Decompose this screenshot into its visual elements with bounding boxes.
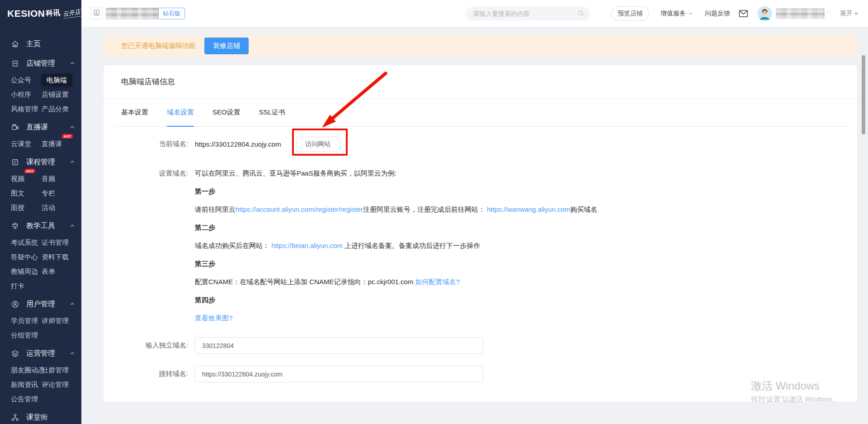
sidebar-section-home: 主页 bbox=[0, 36, 81, 52]
step-title-1: 第一步 bbox=[195, 182, 597, 200]
sidebar-item-公告管理[interactable]: 公告管理 bbox=[11, 391, 42, 406]
step-text: 购买域名 bbox=[570, 205, 597, 213]
sidebar-heading-course[interactable]: 课程管理 bbox=[0, 154, 81, 170]
sidebar-item-专栏[interactable]: 专栏 bbox=[42, 186, 81, 200]
sidebar-item-打卡[interactable]: 打卡 bbox=[11, 278, 42, 293]
sidebar-item-风格管理[interactable]: 风格管理 bbox=[11, 101, 42, 116]
link-https://beian.aliyun.com[interactable]: https://beian.aliyun.com bbox=[271, 242, 343, 249]
sidebar-item-表单[interactable]: 表单 bbox=[42, 264, 81, 278]
user-menu-caret-icon[interactable]: ˇ bbox=[827, 11, 829, 16]
sidebar-item-学员管理[interactable]: 学员管理 bbox=[11, 313, 42, 328]
sidebar-section-ops: 运营管理朋友圈动态社群管理新闻资讯评论管理公告管理 bbox=[0, 345, 81, 406]
notice-text: 您已开通电脑端编辑功能 bbox=[121, 42, 196, 50]
expand-toggle[interactable]: 展开 « bbox=[840, 10, 858, 18]
sidebar-item-label: 小程序 bbox=[11, 89, 31, 100]
link-https://account.aliyun.com/register/register[interactable]: https://account.aliyun.com/register/regi… bbox=[236, 205, 363, 213]
sidebar-item-答疑中心[interactable]: 答疑中心 bbox=[11, 249, 42, 264]
ops-icon bbox=[11, 349, 19, 357]
sidebar-heading-street[interactable]: 课堂街 bbox=[0, 409, 81, 424]
tab-SSL证书[interactable]: SSL证书 bbox=[259, 99, 285, 127]
chevron-up-icon bbox=[70, 301, 75, 307]
search-input[interactable] bbox=[473, 10, 577, 17]
store-chart-icon-button[interactable] bbox=[90, 7, 103, 19]
sidebar-item-朋友圈动态[interactable]: 朋友圈动态 bbox=[11, 362, 42, 377]
brand-name: KESION bbox=[7, 8, 45, 19]
card-title: 电脑端店铺信息 bbox=[104, 65, 857, 99]
current-domain-value: https://330122804.zuojy.com bbox=[195, 140, 281, 148]
sidebar-item-讲师管理[interactable]: 讲师管理 bbox=[42, 313, 81, 328]
feedback-link[interactable]: 问题反馈 bbox=[705, 10, 730, 18]
tab-基本设置[interactable]: 基本设置 bbox=[121, 99, 148, 127]
value-added-services-menu[interactable]: 增值服务 bbox=[660, 10, 693, 18]
sidebar-item-label: 朋友圈动态 bbox=[11, 364, 45, 376]
redirect-domain-label: 跳转域名: bbox=[104, 370, 188, 378]
chevron-up-icon bbox=[70, 351, 75, 356]
sidebar-heading-home[interactable]: 主页 bbox=[0, 36, 81, 52]
sidebar-item-考试系统[interactable]: 考试系统 bbox=[11, 235, 42, 249]
sidebar-item-云课堂[interactable]: 云课堂 bbox=[11, 136, 42, 151]
link-https://wanwang.aliyun.com[interactable]: https://wanwang.aliyun.com bbox=[487, 205, 570, 213]
main-content: 您已开通电脑端编辑功能 装修店铺 电脑端店铺信息 基本设置域名设置SEO设置SS… bbox=[81, 27, 868, 424]
sidebar-item-分组管理[interactable]: 分组管理 bbox=[11, 328, 42, 342]
sidebar-item-电脑端[interactable]: 电脑端 bbox=[42, 72, 81, 87]
sidebar-item-视频[interactable]: 视频HOT bbox=[11, 171, 42, 186]
step-text: 请前往阿里云 bbox=[195, 205, 236, 213]
tab-SEO设置[interactable]: SEO设置 bbox=[212, 99, 241, 127]
sidebar-item-社群管理[interactable]: 社群管理 bbox=[42, 362, 81, 377]
sidebar-subitems-ops: 朋友圈动态社群管理新闻资讯评论管理公告管理 bbox=[0, 362, 81, 406]
sidebar-item-label: 专栏 bbox=[42, 187, 55, 199]
link-查看效果图?[interactable]: 查看效果图? bbox=[195, 314, 232, 322]
user-name-blurred bbox=[776, 8, 825, 19]
sidebar-item-公众号[interactable]: 公众号 bbox=[11, 72, 42, 87]
sidebar-item-新闻资讯[interactable]: 新闻资讯 bbox=[11, 377, 42, 391]
setup-domain-label: 设置域名: bbox=[104, 164, 188, 182]
sidebar-heading-tools[interactable]: 教学工具 bbox=[0, 218, 81, 234]
setup-steps: 可以在阿里云、腾讯云、亚马逊等PaaS服务商购买，以阿里云为例: 第一步请前往阿… bbox=[195, 164, 597, 327]
sidebar-item-音频[interactable]: 音频 bbox=[42, 171, 81, 186]
step-content-3: 配置CNAME：在域名配号网站上添加 CNAME记录指向：pc.ckjr001.… bbox=[195, 273, 597, 291]
sidebar-subitems-shop: 公众号电脑端小程序店铺设置风格管理产品分类 bbox=[0, 72, 81, 116]
scrollbar-thumb[interactable] bbox=[862, 55, 865, 134]
search-box[interactable] bbox=[466, 6, 590, 20]
sidebar-item-产品分类[interactable]: 产品分类 bbox=[42, 101, 81, 116]
sidebar-item-label: 教辅周边 bbox=[11, 266, 38, 277]
current-domain-row: 当前域名: https://330122804.zuojy.com 访问网站 bbox=[104, 136, 857, 152]
independent-domain-input[interactable] bbox=[195, 337, 483, 354]
step-title-2: 第二步 bbox=[195, 219, 597, 237]
tab-域名设置[interactable]: 域名设置 bbox=[167, 99, 194, 127]
mail-icon[interactable] bbox=[739, 10, 748, 17]
sidebar-heading-ops[interactable]: 运营管理 bbox=[0, 345, 81, 362]
step-content-1: 请前往阿里云https://account.aliyun.com/registe… bbox=[195, 200, 597, 219]
sidebar-item-面授[interactable]: 面授 bbox=[11, 200, 42, 214]
preview-store-button[interactable]: 预览店铺 bbox=[611, 6, 649, 21]
sidebar-section-street: 课堂街 bbox=[0, 409, 81, 424]
sidebar-heading-live[interactable]: 直播课 bbox=[0, 119, 81, 135]
sidebar-item-label: 电脑端 bbox=[42, 74, 72, 86]
sidebar-item-证书管理[interactable]: 证书管理 bbox=[42, 235, 81, 249]
sidebar-item-小程序[interactable]: 小程序 bbox=[11, 87, 42, 101]
sidebar-item-评论管理[interactable]: 评论管理 bbox=[42, 377, 81, 391]
sidebar-item-直播课[interactable]: 直播课HOT bbox=[42, 136, 81, 151]
visit-website-button[interactable]: 访问网站 bbox=[296, 137, 340, 152]
user-avatar[interactable] bbox=[757, 6, 772, 21]
sidebar-item-label: 讲师管理 bbox=[42, 315, 69, 326]
sidebar-item-图文[interactable]: 图文 bbox=[11, 186, 42, 200]
decorate-store-button[interactable]: 装修店铺 bbox=[204, 38, 249, 54]
sidebar-item-资料下载[interactable]: 资料下载 bbox=[42, 249, 81, 264]
sidebar-heading-users[interactable]: 用户管理 bbox=[0, 296, 81, 312]
street-icon bbox=[11, 413, 19, 421]
sidebar-heading-label: 运营管理 bbox=[26, 349, 70, 358]
sidebar-item-教辅周边[interactable]: 教辅周边 bbox=[11, 264, 42, 278]
redirect-domain-input[interactable] bbox=[195, 366, 483, 382]
chevron-up-icon bbox=[70, 61, 75, 66]
sidebar-subitems-users: 学员管理讲师管理分组管理 bbox=[0, 313, 81, 342]
tools-icon bbox=[11, 222, 19, 230]
step-text: 注册阿里云账号，注册完成后前往网站： bbox=[363, 205, 487, 213]
sidebar-subitems-course: 视频HOT音频图文专栏面授活动 bbox=[0, 171, 81, 214]
sidebar-item-活动[interactable]: 活动 bbox=[42, 200, 81, 214]
sidebar-heading-shop[interactable]: 店铺管理 bbox=[0, 55, 81, 71]
step-content-2: 域名成功购买后在网站： https://beian.aliyun.com 上进行… bbox=[195, 237, 597, 255]
link-如何配置域名?[interactable]: 如何配置域名? bbox=[415, 278, 460, 286]
hot-badge: HOT bbox=[62, 134, 73, 138]
sidebar-item-店铺设置[interactable]: 店铺设置 bbox=[42, 87, 81, 101]
